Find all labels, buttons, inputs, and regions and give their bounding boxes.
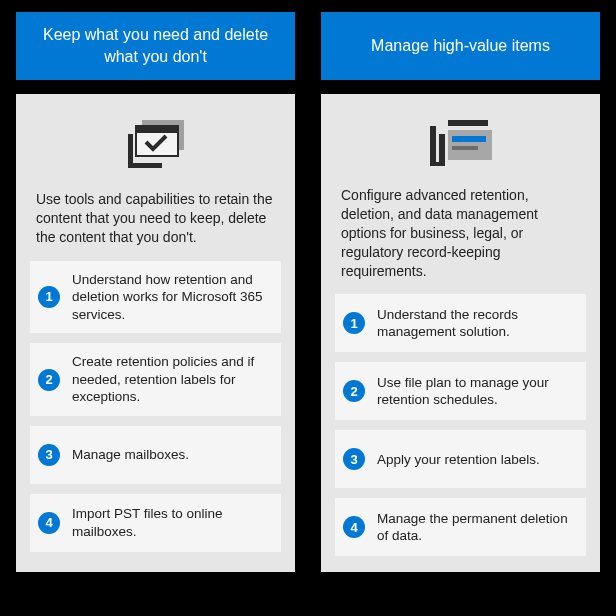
- step-number: 4: [38, 512, 60, 534]
- step-number: 3: [343, 448, 365, 470]
- svg-rect-5: [448, 120, 488, 126]
- svg-rect-7: [452, 136, 486, 142]
- step-manage-2: 2 Use file plan to manage your retention…: [335, 362, 586, 420]
- svg-rect-2: [136, 126, 178, 133]
- column-keep: Keep what you need and delete what you d…: [16, 12, 295, 572]
- svg-rect-11: [430, 162, 445, 166]
- header-keep-title: Keep what you need and delete what you d…: [34, 24, 277, 67]
- header-keep: Keep what you need and delete what you d…: [16, 12, 295, 80]
- step-text: Apply your retention labels.: [377, 451, 540, 469]
- step-number: 1: [38, 286, 60, 308]
- body-keep: Use tools and capabilities to retain the…: [16, 94, 295, 572]
- diagram-container: Keep what you need and delete what you d…: [0, 0, 616, 588]
- svg-rect-9: [430, 126, 436, 166]
- step-number: 2: [38, 369, 60, 391]
- step-text: Understand how retention and deletion wo…: [72, 271, 269, 324]
- step-keep-4: 4 Import PST files to online mailboxes.: [30, 494, 281, 552]
- records-list-icon: [335, 116, 586, 186]
- header-manage-title: Manage high-value items: [371, 35, 550, 57]
- steps-keep: 1 Understand how retention and deletion …: [30, 261, 281, 552]
- svg-rect-3: [128, 134, 133, 168]
- column-manage: Manage high-value items Configure advanc…: [321, 12, 600, 572]
- steps-manage: 1 Understand the records management solu…: [335, 294, 586, 556]
- step-text: Use file plan to manage your retention s…: [377, 374, 574, 409]
- step-number: 3: [38, 444, 60, 466]
- step-text: Manage mailboxes.: [72, 446, 189, 464]
- svg-rect-10: [439, 134, 445, 166]
- desc-manage: Configure advanced retention, deletion, …: [335, 186, 586, 294]
- step-manage-4: 4 Manage the permanent deletion of data.: [335, 498, 586, 556]
- check-window-icon: [30, 116, 281, 190]
- desc-keep: Use tools and capabilities to retain the…: [30, 190, 281, 261]
- header-manage: Manage high-value items: [321, 12, 600, 80]
- step-text: Import PST files to online mailboxes.: [72, 505, 269, 540]
- svg-rect-8: [452, 146, 478, 150]
- step-manage-1: 1 Understand the records management solu…: [335, 294, 586, 352]
- step-number: 2: [343, 380, 365, 402]
- body-manage: Configure advanced retention, deletion, …: [321, 94, 600, 572]
- step-text: Understand the records management soluti…: [377, 306, 574, 341]
- step-number: 4: [343, 516, 365, 538]
- svg-rect-4: [128, 163, 162, 168]
- step-text: Create retention policies and if needed,…: [72, 353, 269, 406]
- step-number: 1: [343, 312, 365, 334]
- svg-rect-6: [448, 130, 492, 160]
- step-text: Manage the permanent deletion of data.: [377, 510, 574, 545]
- step-keep-3: 3 Manage mailboxes.: [30, 426, 281, 484]
- step-keep-1: 1 Understand how retention and deletion …: [30, 261, 281, 334]
- step-manage-3: 3 Apply your retention labels.: [335, 430, 586, 488]
- step-keep-2: 2 Create retention policies and if neede…: [30, 343, 281, 416]
